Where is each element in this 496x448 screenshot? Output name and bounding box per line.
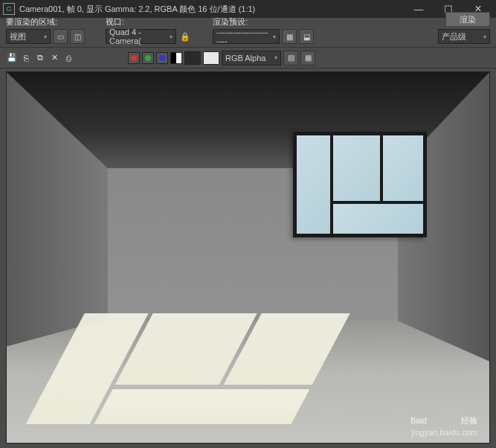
minimize-button[interactable]: — bbox=[404, 0, 434, 18]
chevron-down-icon: ▾ bbox=[170, 33, 173, 40]
blue-channel-button[interactable] bbox=[156, 52, 168, 64]
preset-action2-button[interactable]: ⬓ bbox=[299, 29, 314, 44]
render-button[interactable]: 渲染 bbox=[445, 12, 490, 27]
chevron-down-icon: ▾ bbox=[274, 54, 277, 61]
color-swatch-light[interactable] bbox=[203, 51, 219, 65]
preset-dropdown[interactable]: -----------------------▾ bbox=[213, 29, 280, 44]
chevron-down-icon: ▾ bbox=[273, 33, 276, 40]
color-swatch-dark[interactable] bbox=[184, 51, 201, 65]
channel-dropdown[interactable]: RGB Alpha▾ bbox=[222, 51, 281, 65]
preset-label: 渲染预设: bbox=[213, 16, 314, 28]
area-dropdown[interactable]: 视图▾ bbox=[6, 29, 51, 44]
crop-button[interactable]: ◫ bbox=[70, 29, 85, 44]
app-icon: G bbox=[3, 3, 15, 15]
green-channel-button[interactable] bbox=[142, 52, 154, 64]
save-icon[interactable]: 💾 bbox=[6, 52, 18, 64]
display-mode1-button[interactable]: ▤ bbox=[283, 51, 298, 65]
clone-icon[interactable]: ⧉ bbox=[34, 52, 46, 64]
viewport-label: 视口: bbox=[106, 16, 192, 28]
copy-icon[interactable]: ⎘ bbox=[20, 52, 32, 64]
render-viewport: Baid 经验 jingyan.baidu.com bbox=[6, 71, 490, 444]
watermark: 经验 jingyan.baidu.com bbox=[411, 415, 477, 437]
clear-icon[interactable]: ✕ bbox=[48, 52, 60, 64]
lock-icon[interactable]: 🔒 bbox=[178, 30, 192, 43]
chevron-down-icon: ▾ bbox=[44, 33, 47, 40]
red-channel-button[interactable] bbox=[128, 52, 140, 64]
area-label: 要渲染的区域: bbox=[6, 16, 85, 28]
print-icon[interactable]: ⎙ bbox=[62, 52, 74, 64]
display-mode2-button[interactable]: ▦ bbox=[300, 51, 315, 65]
region-button[interactable]: ▭ bbox=[53, 29, 68, 44]
window-title: Camera001, 帧 0, 显示 Gamma: 2.2, RGBA 颜色 1… bbox=[19, 4, 404, 15]
chevron-down-icon: ▾ bbox=[483, 33, 486, 40]
quality-dropdown[interactable]: 产品级▾ bbox=[438, 29, 490, 44]
preset-action1-button[interactable]: ▦ bbox=[282, 29, 297, 44]
room-window bbox=[293, 132, 427, 237]
viewport-dropdown[interactable]: Quad 4 - Camera(▾ bbox=[106, 29, 176, 44]
alpha-channel-button[interactable] bbox=[170, 52, 182, 64]
